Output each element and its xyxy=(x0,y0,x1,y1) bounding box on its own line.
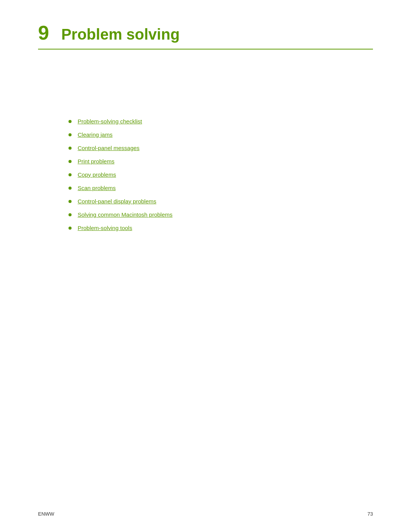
bullet-icon xyxy=(68,120,72,123)
bullet-icon xyxy=(68,147,72,150)
toc-link[interactable]: Print problems xyxy=(78,158,115,165)
chapter-number: 9 xyxy=(38,23,49,43)
toc-list-item: Copy problems xyxy=(68,171,373,178)
bullet-icon xyxy=(68,160,72,163)
toc-list-item: Solving common Macintosh problems xyxy=(68,211,373,218)
bullet-icon xyxy=(68,200,72,203)
chapter-title: Problem solving xyxy=(61,27,180,42)
toc-list-item: Clearing jams xyxy=(68,131,373,138)
toc-list: Problem-solving checklistClearing jamsCo… xyxy=(68,118,373,231)
footer-page-number: 73 xyxy=(368,511,373,517)
chapter-header: 9 Problem solving xyxy=(38,23,373,50)
toc-list-item: Control-panel messages xyxy=(68,145,373,151)
toc-link[interactable]: Control-panel display problems xyxy=(78,198,156,204)
toc-list-item: Problem-solving checklist xyxy=(68,118,373,125)
toc-list-item: Problem-solving tools xyxy=(68,225,373,231)
page: 9 Problem solving Problem-solving checkl… xyxy=(0,0,411,532)
toc-link[interactable]: Solving common Macintosh problems xyxy=(78,211,172,218)
toc-link[interactable]: Copy problems xyxy=(78,171,116,178)
bullet-icon xyxy=(68,227,72,230)
bullet-icon xyxy=(68,213,72,216)
footer: ENWW 73 xyxy=(38,511,373,517)
toc-list-item: Scan problems xyxy=(68,185,373,191)
toc-link[interactable]: Scan problems xyxy=(78,185,116,191)
bullet-icon xyxy=(68,173,72,176)
toc-link[interactable]: Clearing jams xyxy=(78,131,113,138)
toc-list-item: Control-panel display problems xyxy=(68,198,373,204)
footer-label: ENWW xyxy=(38,511,54,517)
bullet-icon xyxy=(68,133,72,136)
toc-link[interactable]: Control-panel messages xyxy=(78,145,140,151)
toc-list-item: Print problems xyxy=(68,158,373,165)
toc-link[interactable]: Problem-solving checklist xyxy=(78,118,142,125)
toc-link[interactable]: Problem-solving tools xyxy=(78,225,132,231)
bullet-icon xyxy=(68,187,72,190)
